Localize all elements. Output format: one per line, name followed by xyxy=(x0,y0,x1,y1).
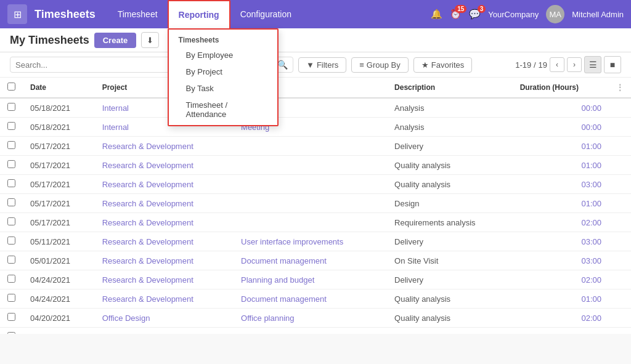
row-project[interactable]: Office Design xyxy=(95,309,234,328)
row-description: Quality analysis xyxy=(387,175,513,194)
row-menu[interactable] xyxy=(609,194,631,213)
page-body: My Timesheets Create ⬇ 🔍 ▼ Filters ≡ Gro… xyxy=(0,28,631,364)
row-project[interactable]: Research & Development xyxy=(95,232,234,251)
row-duration: 01:00 xyxy=(513,156,609,175)
download-button[interactable]: ⬇ xyxy=(141,32,159,48)
list-view-button[interactable]: ☰ xyxy=(584,56,601,73)
row-project[interactable]: Research & Development xyxy=(95,251,234,270)
row-menu[interactable] xyxy=(609,118,631,137)
row-menu[interactable] xyxy=(609,289,631,309)
row-task[interactable]: Office planning xyxy=(234,309,387,328)
row-menu[interactable] xyxy=(609,309,631,328)
row-checkbox-cell[interactable] xyxy=(0,194,23,213)
row-menu[interactable] xyxy=(609,270,631,289)
row-project[interactable]: Research & Development xyxy=(95,213,234,232)
next-page-button[interactable]: › xyxy=(567,57,582,72)
row-checkbox[interactable] xyxy=(7,332,15,334)
row-project[interactable]: Research & Development xyxy=(95,289,234,309)
dropdown-timesheet-attendance[interactable]: Timesheet / Attendance xyxy=(169,97,277,123)
timesheets-table: Date Project Task Description Duration (… xyxy=(0,78,631,334)
row-checkbox-cell[interactable] xyxy=(0,328,23,334)
row-task[interactable] xyxy=(234,137,387,156)
row-checkbox[interactable] xyxy=(7,256,15,264)
row-menu[interactable] xyxy=(609,232,631,251)
row-checkbox-cell[interactable] xyxy=(0,98,23,118)
row-checkbox-cell[interactable] xyxy=(0,118,23,137)
row-project[interactable]: Research & Development xyxy=(95,137,234,156)
row-checkbox-cell[interactable] xyxy=(0,137,23,156)
row-checkbox[interactable] xyxy=(7,122,15,130)
dropdown-by-employee[interactable]: By Employee xyxy=(169,47,277,63)
clock-wrapper[interactable]: ⏰ 15 xyxy=(450,9,462,20)
row-checkbox-cell[interactable] xyxy=(0,232,23,251)
dropdown-by-task[interactable]: By Task xyxy=(169,80,277,97)
row-checkbox-cell[interactable] xyxy=(0,175,23,194)
row-task[interactable]: Document management xyxy=(234,289,387,309)
row-project[interactable]: Office Design xyxy=(95,328,234,334)
grid-view-button[interactable]: ■ xyxy=(604,56,621,73)
user-avatar[interactable]: MA xyxy=(546,5,564,23)
row-checkbox[interactable] xyxy=(7,275,15,283)
row-menu[interactable] xyxy=(609,328,631,334)
row-checkbox-cell[interactable] xyxy=(0,309,23,328)
table-row: 04/19/2021 Office Design Room 1: Decorat… xyxy=(0,328,631,334)
nav-timesheet[interactable]: Timesheet xyxy=(108,0,168,28)
row-checkbox-cell[interactable] xyxy=(0,270,23,289)
chat-wrapper[interactable]: 💬 3 xyxy=(469,9,481,20)
row-task[interactable] xyxy=(234,213,387,232)
row-checkbox[interactable] xyxy=(7,141,15,149)
bell-icon: 🔔 xyxy=(431,9,442,19)
row-menu[interactable] xyxy=(609,98,631,118)
row-checkbox[interactable] xyxy=(7,103,15,111)
row-checkbox[interactable] xyxy=(7,179,15,187)
row-menu[interactable] xyxy=(609,251,631,270)
select-all-header[interactable] xyxy=(0,78,23,98)
prev-page-button[interactable]: ‹ xyxy=(550,57,564,72)
dropdown-by-project[interactable]: By Project xyxy=(169,63,277,80)
row-task[interactable] xyxy=(234,194,387,213)
table-row: 05/17/2021 Research & Development Qualit… xyxy=(0,175,631,194)
row-checkbox-cell[interactable] xyxy=(0,251,23,270)
row-checkbox[interactable] xyxy=(7,313,15,321)
filter-icon: ▼ xyxy=(306,60,314,70)
app-logo[interactable]: ⊞ xyxy=(7,4,27,24)
row-task[interactable]: Document management xyxy=(234,251,387,270)
row-checkbox[interactable] xyxy=(7,294,15,302)
row-description: Delivery xyxy=(387,232,513,251)
row-description: On Site Visit xyxy=(387,251,513,270)
nav-reporting[interactable]: Reporting xyxy=(168,0,230,28)
row-checkbox[interactable] xyxy=(7,217,15,225)
row-task[interactable] xyxy=(234,156,387,175)
row-date: 05/17/2021 xyxy=(23,175,95,194)
row-checkbox-cell[interactable] xyxy=(0,156,23,175)
row-task[interactable] xyxy=(234,175,387,194)
row-project[interactable]: Research & Development xyxy=(95,175,234,194)
row-menu[interactable] xyxy=(609,156,631,175)
groupby-button[interactable]: ≡ Group By xyxy=(351,57,409,73)
row-checkbox[interactable] xyxy=(7,198,15,206)
row-menu[interactable] xyxy=(609,175,631,194)
create-button[interactable]: Create xyxy=(94,33,136,48)
star-icon: ★ xyxy=(421,60,429,70)
filters-button[interactable]: ▼ Filters xyxy=(298,57,346,73)
row-project[interactable]: Research & Development xyxy=(95,194,234,213)
select-all-checkbox[interactable] xyxy=(7,83,15,91)
row-task[interactable]: User interface improvements xyxy=(234,232,387,251)
row-checkbox[interactable] xyxy=(7,160,15,168)
row-checkbox-cell[interactable] xyxy=(0,289,23,309)
favorites-button[interactable]: ★ Favorites xyxy=(413,57,472,73)
clock-badge: 15 xyxy=(455,5,466,13)
row-task[interactable]: Planning and budget xyxy=(234,270,387,289)
row-menu[interactable] xyxy=(609,213,631,232)
search-icon[interactable]: 🔍 xyxy=(277,60,288,70)
row-duration: 01:00 xyxy=(513,194,609,213)
row-checkbox[interactable] xyxy=(7,237,15,245)
nav-configuration[interactable]: Configuration xyxy=(230,0,301,28)
row-checkbox-cell[interactable] xyxy=(0,213,23,232)
row-menu[interactable] xyxy=(609,137,631,156)
row-project[interactable]: Research & Development xyxy=(95,270,234,289)
bell-wrapper[interactable]: 🔔 xyxy=(431,9,442,20)
row-project[interactable]: Research & Development xyxy=(95,156,234,175)
row-task[interactable]: Room 1: Decoration xyxy=(234,328,387,334)
col-settings[interactable]: ⋮ xyxy=(609,78,631,98)
